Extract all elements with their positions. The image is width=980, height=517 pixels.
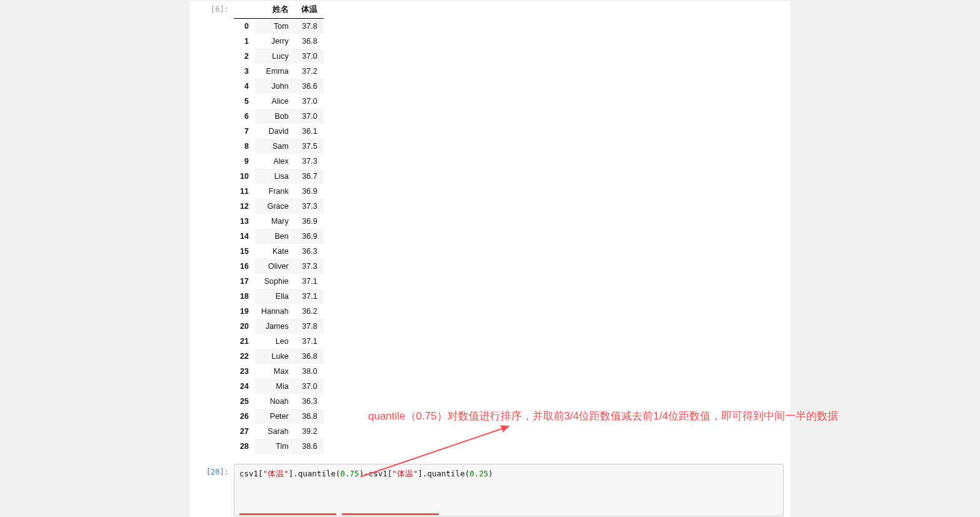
row-name: James: [255, 319, 295, 334]
row-name: Mia: [255, 379, 295, 394]
table-row: 10Lisa36.7: [234, 169, 324, 184]
row-name: David: [255, 124, 295, 139]
row-index: 6: [234, 109, 255, 124]
row-index: 13: [234, 214, 255, 229]
row-index: 15: [234, 244, 255, 259]
table-row: 1Jerry36.8: [234, 34, 324, 49]
table-row: 6Bob37.0: [234, 109, 324, 124]
table-row: 17Sophie37.1: [234, 274, 324, 289]
table-row: 3Emma37.2: [234, 64, 324, 79]
col-header-temp: 体温: [295, 1, 324, 19]
table-row: 19Hannah36.2: [234, 304, 324, 319]
table-row: 26Peter36.8: [234, 409, 324, 424]
row-name: Emma: [255, 64, 295, 79]
row-temp: 37.1: [295, 289, 324, 304]
row-name: Noah: [255, 394, 295, 409]
row-temp: 37.0: [295, 94, 324, 109]
row-name: Max: [255, 364, 295, 379]
row-index: 9: [234, 154, 255, 169]
row-temp: 36.8: [295, 409, 324, 424]
row-name: Sophie: [255, 274, 295, 289]
table-row: 20James37.8: [234, 319, 324, 334]
row-name: Oliver: [255, 259, 295, 274]
row-name: Jerry: [255, 34, 295, 49]
row-index: 11: [234, 184, 255, 199]
row-index: 19: [234, 304, 255, 319]
table-row: 2Lucy37.0: [234, 49, 324, 64]
table-row: 8Sam37.5: [234, 139, 324, 154]
row-temp: 36.7: [295, 169, 324, 184]
table-row: 9Alex37.3: [234, 154, 324, 169]
row-temp: 38.6: [295, 439, 324, 454]
col-header-index: [234, 1, 255, 19]
code-editor[interactable]: csv1["体温"].quantile(0.75)-csv1["体温"].qua…: [234, 464, 784, 516]
row-name: Peter: [255, 409, 295, 424]
row-index: 8: [234, 139, 255, 154]
row-temp: 37.8: [295, 319, 324, 334]
row-temp: 38.0: [295, 364, 324, 379]
row-name: Tom: [255, 19, 295, 34]
row-index: 27: [234, 424, 255, 439]
row-name: Mary: [255, 214, 295, 229]
row-name: Sarah: [255, 424, 295, 439]
row-temp: 36.6: [295, 79, 324, 94]
row-temp: 37.3: [295, 154, 324, 169]
row-index: 17: [234, 274, 255, 289]
table-row: 18Ella37.1: [234, 289, 324, 304]
row-name: John: [255, 79, 295, 94]
row-index: 12: [234, 199, 255, 214]
row-index: 0: [234, 19, 255, 34]
row-index: 28: [234, 439, 255, 454]
row-index: 7: [234, 124, 255, 139]
row-name: Sam: [255, 139, 295, 154]
row-index: 4: [234, 79, 255, 94]
table-row: 27Sarah39.2: [234, 424, 324, 439]
notebook-inner: [6]: 姓名 体温 0Tom37.81Jerry36.82Lucy37.03E…: [190, 1, 790, 517]
code-input-cell: [20]: csv1["体温"].quantile(0.75)-csv1["体温…: [196, 464, 784, 516]
row-index: 26: [234, 409, 255, 424]
table-row: 13Mary36.9: [234, 214, 324, 229]
row-temp: 36.9: [295, 184, 324, 199]
row-name: Frank: [255, 184, 295, 199]
row-name: Ben: [255, 229, 295, 244]
row-name: Bob: [255, 109, 295, 124]
row-index: 24: [234, 379, 255, 394]
row-index: 23: [234, 364, 255, 379]
table-row: 5Alice37.0: [234, 94, 324, 109]
row-temp: 36.9: [295, 214, 324, 229]
table-row: 15Kate36.3: [234, 244, 324, 259]
table-row: 16Oliver37.3: [234, 259, 324, 274]
row-name: Grace: [255, 199, 295, 214]
row-temp: 37.3: [295, 259, 324, 274]
row-index: 1: [234, 34, 255, 49]
row-name: Alice: [255, 94, 295, 109]
row-index: 22: [234, 349, 255, 364]
row-temp: 37.1: [295, 334, 324, 349]
table-row: 24Mia37.0: [234, 379, 324, 394]
row-name: Alex: [255, 154, 295, 169]
code-highlight-2: [342, 513, 439, 515]
row-temp: 36.8: [295, 349, 324, 364]
row-temp: 36.9: [295, 229, 324, 244]
row-temp: 37.1: [295, 274, 324, 289]
row-name: Leo: [255, 334, 295, 349]
row-temp: 36.2: [295, 304, 324, 319]
row-temp: 37.5: [295, 139, 324, 154]
row-temp: 37.0: [295, 109, 324, 124]
dataframe-output: 姓名 体温 0Tom37.81Jerry36.82Lucy37.03Emma37…: [234, 1, 784, 454]
row-name: Kate: [255, 244, 295, 259]
row-temp: 37.2: [295, 64, 324, 79]
table-row: 28Tim38.6: [234, 439, 324, 454]
table-row: 4John36.6: [234, 79, 324, 94]
row-index: 25: [234, 394, 255, 409]
dataframe-table: 姓名 体温 0Tom37.81Jerry36.82Lucy37.03Emma37…: [234, 1, 324, 454]
row-name: Ella: [255, 289, 295, 304]
code-highlight-1: [239, 513, 336, 515]
row-index: 5: [234, 94, 255, 109]
row-temp: 36.3: [295, 394, 324, 409]
row-name: Luke: [255, 349, 295, 364]
row-index: 18: [234, 289, 255, 304]
table-row: 11Frank36.9: [234, 184, 324, 199]
table-row: 21Leo37.1: [234, 334, 324, 349]
table-row: 14Ben36.9: [234, 229, 324, 244]
